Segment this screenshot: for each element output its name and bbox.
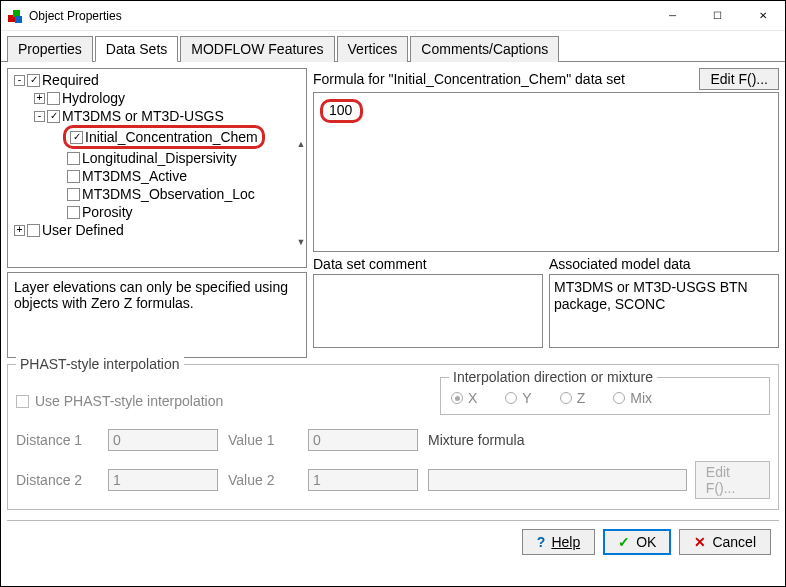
tree-label: Hydrology: [62, 89, 125, 107]
tree-node-initial-conc[interactable]: ✓ Initial_Concentration_Chem: [10, 125, 294, 149]
help-button-label: Help: [551, 534, 580, 550]
app-icon: [7, 8, 23, 24]
cancel-button[interactable]: ✕ Cancel: [679, 529, 771, 555]
help-button[interactable]: ? Help: [522, 529, 595, 555]
distance2-label: Distance 2: [16, 472, 98, 488]
edit-formula-button[interactable]: Edit F()...: [699, 68, 779, 90]
use-phast-checkbox[interactable]: [16, 395, 29, 408]
tree-label: MT3DMS_Active: [82, 167, 187, 185]
ok-button-label: OK: [636, 534, 656, 550]
edit-mix-formula-button[interactable]: Edit F()...: [695, 461, 770, 499]
interp-direction-group: Interpolation direction or mixture X Y Z…: [440, 377, 770, 415]
collapse-icon[interactable]: -: [34, 111, 45, 122]
distance1-input[interactable]: [108, 429, 218, 451]
titlebar: Object Properties ─ ☐ ✕: [1, 1, 785, 31]
tree-label: User Defined: [42, 221, 124, 239]
formula-value-highlight: 100: [320, 99, 363, 123]
tab-data-sets[interactable]: Data Sets: [95, 36, 178, 62]
svg-rect-2: [13, 10, 20, 17]
tree-panel: - ✓ Required + Hydrology - ✓ MT3DMS or M…: [7, 68, 307, 268]
distance2-input[interactable]: [108, 469, 218, 491]
tree-node-mt3-active[interactable]: MT3DMS_Active: [10, 167, 294, 185]
tab-bar: Properties Data Sets MODFLOW Features Ve…: [1, 31, 785, 62]
tree-label: Initial_Concentration_Chem: [85, 128, 258, 146]
tree-node-mt3dms[interactable]: - ✓ MT3DMS or MT3D-USGS: [10, 107, 294, 125]
radio-y[interactable]: Y: [505, 390, 531, 406]
info-panel: Layer elevations can only be specified u…: [7, 272, 307, 358]
radio-z[interactable]: Z: [560, 390, 586, 406]
checkbox[interactable]: [67, 170, 80, 183]
tree-label: Porosity: [82, 203, 133, 221]
value1-label: Value 1: [228, 432, 298, 448]
distance1-label: Distance 1: [16, 432, 98, 448]
value2-input[interactable]: [308, 469, 418, 491]
help-icon: ?: [537, 534, 546, 550]
tree-node-porosity[interactable]: Porosity: [10, 203, 294, 221]
value1-input[interactable]: [308, 429, 418, 451]
vertical-scroll-indicator[interactable]: ▲ ▼: [296, 139, 306, 247]
checkbox[interactable]: ✓: [70, 131, 83, 144]
assoc-label: Associated model data: [549, 256, 779, 272]
radio-mix[interactable]: Mix: [613, 390, 652, 406]
expand-icon[interactable]: +: [14, 225, 25, 236]
tree-label: Required: [42, 71, 99, 89]
use-phast-row: Use PHAST-style interpolation: [16, 377, 223, 409]
scroll-up-icon[interactable]: ▲: [297, 139, 306, 149]
tree-node-long-disp[interactable]: Longitudinal_Dispersivity: [10, 149, 294, 167]
tree-node-user-defined[interactable]: + User Defined: [10, 221, 294, 239]
tree-label: MT3DMS_Observation_Loc: [82, 185, 255, 203]
tab-comments-captions[interactable]: Comments/Captions: [410, 36, 559, 62]
tab-vertices[interactable]: Vertices: [337, 36, 409, 62]
checkbox[interactable]: [27, 224, 40, 237]
assoc-box: MT3DMS or MT3D-USGS BTN package, SCONC: [549, 274, 779, 348]
x-icon: ✕: [694, 534, 706, 550]
value2-label: Value 2: [228, 472, 298, 488]
tree-label: MT3DMS or MT3D-USGS: [62, 107, 224, 125]
window-title: Object Properties: [29, 9, 650, 23]
minimize-button[interactable]: ─: [650, 1, 695, 30]
checkbox[interactable]: ✓: [27, 74, 40, 87]
check-icon: ✓: [618, 534, 630, 550]
checkbox[interactable]: [67, 206, 80, 219]
svg-rect-3: [15, 16, 22, 23]
highlight-outline: ✓ Initial_Concentration_Chem: [63, 125, 265, 149]
formula-box[interactable]: 100: [313, 92, 779, 252]
checkbox[interactable]: [47, 92, 60, 105]
checkbox[interactable]: ✓: [47, 110, 60, 123]
comment-box[interactable]: [313, 274, 543, 348]
tree-label: Longitudinal_Dispersivity: [82, 149, 237, 167]
checkbox[interactable]: [67, 188, 80, 201]
maximize-button[interactable]: ☐: [695, 1, 740, 30]
tab-modflow-features[interactable]: MODFLOW Features: [180, 36, 334, 62]
comment-label: Data set comment: [313, 256, 543, 272]
phast-group-title: PHAST-style interpolation: [16, 356, 184, 372]
tree-node-mt3-obs[interactable]: MT3DMS_Observation_Loc: [10, 185, 294, 203]
tree-node-hydrology[interactable]: + Hydrology: [10, 89, 294, 107]
collapse-icon[interactable]: -: [14, 75, 25, 86]
tree-node-required[interactable]: - ✓ Required: [10, 71, 294, 89]
window-controls: ─ ☐ ✕: [650, 1, 785, 30]
formula-label: Formula for "Initial_Concentration_Chem"…: [313, 71, 693, 87]
close-button[interactable]: ✕: [740, 1, 785, 30]
cancel-button-label: Cancel: [712, 534, 756, 550]
scroll-down-icon[interactable]: ▼: [297, 237, 306, 247]
content-area: - ✓ Required + Hydrology - ✓ MT3DMS or M…: [1, 62, 785, 569]
expand-icon[interactable]: +: [34, 93, 45, 104]
checkbox[interactable]: [67, 152, 80, 165]
ok-button[interactable]: ✓ OK: [603, 529, 671, 555]
mixture-label: Mixture formula: [428, 432, 524, 448]
interp-group-title: Interpolation direction or mixture: [449, 369, 657, 385]
phast-group: PHAST-style interpolation Use PHAST-styl…: [7, 364, 779, 510]
footer-button-bar: ? Help ✓ OK ✕ Cancel: [7, 520, 779, 563]
radio-x[interactable]: X: [451, 390, 477, 406]
use-phast-label: Use PHAST-style interpolation: [35, 393, 223, 409]
tab-properties[interactable]: Properties: [7, 36, 93, 62]
mixture-formula-box[interactable]: [428, 469, 687, 491]
